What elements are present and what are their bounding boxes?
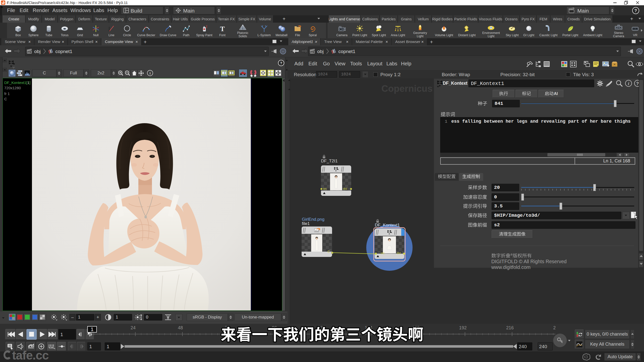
svg-text:48: 48 (178, 325, 183, 330)
svg-text:tafe.cc: tafe.cc (12, 349, 49, 362)
svg-text:12: 12 (311, 52, 313, 53)
svg-text:240: 240 (553, 325, 555, 330)
svg-text:216: 216 (506, 325, 514, 330)
svg-text:?: ? (634, 8, 637, 13)
svg-text:?: ? (280, 61, 282, 65)
svg-text:i: i (628, 81, 629, 86)
svg-text:T: T (220, 25, 225, 33)
svg-text:12: 12 (28, 52, 30, 53)
svg-text:i: i (149, 71, 150, 75)
svg-text:24: 24 (131, 325, 136, 330)
svg-text:192: 192 (459, 325, 467, 330)
